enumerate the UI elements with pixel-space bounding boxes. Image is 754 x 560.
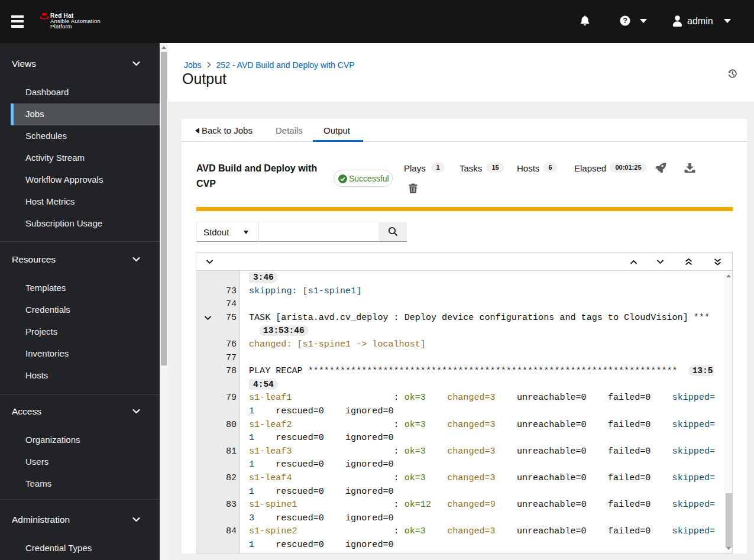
svg-text:?: ?	[623, 17, 627, 25]
